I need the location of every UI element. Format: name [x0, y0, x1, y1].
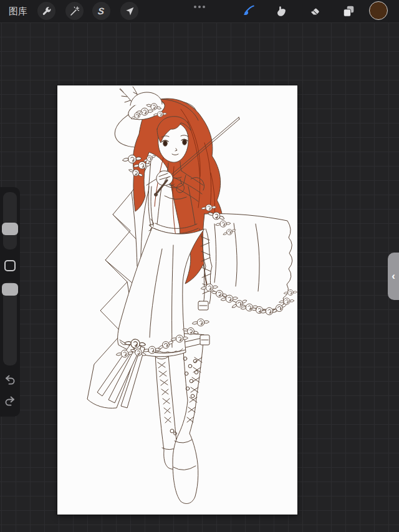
- modify-button[interactable]: [4, 260, 16, 271]
- layers-button[interactable]: [339, 2, 358, 21]
- dot: [198, 6, 201, 8]
- chevron-left-icon: ‹: [392, 270, 395, 283]
- procreate-screen: 图库 S: [0, 0, 399, 532]
- magic-wand-icon: [69, 6, 80, 17]
- multitask-pill[interactable]: [191, 0, 208, 14]
- selection-button[interactable]: S: [92, 2, 110, 20]
- erase-tool-button[interactable]: [307, 2, 325, 21]
- gallery-button[interactable]: 图库: [9, 0, 27, 22]
- dot: [194, 6, 196, 8]
- dot: [203, 6, 205, 8]
- artwork-line-drawing: [57, 85, 297, 515]
- smudge-tool-button[interactable]: [273, 2, 292, 21]
- undo-button[interactable]: [4, 374, 16, 388]
- opacity-handle[interactable]: [2, 283, 18, 296]
- transform-button[interactable]: [120, 2, 138, 20]
- brush-icon: [241, 4, 255, 18]
- top-toolbar: 图库 S: [0, 0, 399, 22]
- sidebar-toggle-handle[interactable]: ‹: [388, 253, 399, 300]
- finger-smudge-icon: [276, 4, 289, 18]
- drawing-canvas[interactable]: [57, 85, 297, 515]
- brush-sidebar: [0, 187, 20, 417]
- cursor-arrow-icon: [124, 6, 135, 17]
- undo-icon: [4, 374, 16, 388]
- s-curve-icon: S: [98, 6, 105, 16]
- adjustments-button[interactable]: [65, 2, 84, 20]
- active-color-swatch[interactable]: [369, 1, 388, 20]
- brush-size-handle[interactable]: [2, 223, 18, 235]
- redo-button[interactable]: [4, 395, 16, 409]
- redo-icon: [4, 395, 16, 409]
- actions-button[interactable]: [37, 2, 55, 20]
- paint-tool-button[interactable]: [239, 2, 257, 21]
- eraser-icon: [309, 4, 323, 18]
- layers-icon: [342, 4, 355, 18]
- wrench-icon: [41, 6, 52, 17]
- brush-size-slider[interactable]: [3, 192, 17, 249]
